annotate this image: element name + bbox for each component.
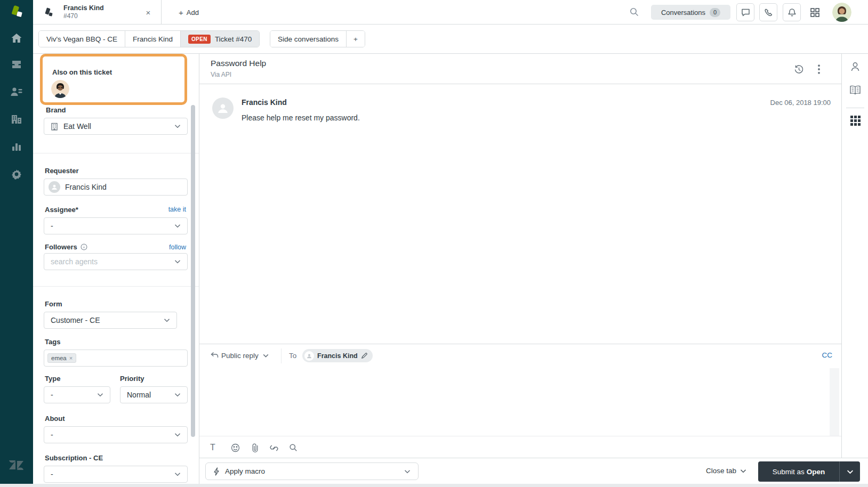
conversations-count-badge: 0 [710,8,720,17]
user-icon[interactable] [842,60,868,73]
customers-icon[interactable] [0,83,33,101]
search-icon[interactable] [629,7,639,17]
form-select[interactable]: Customer - CE [44,312,177,329]
about-select[interactable]: - [44,426,188,443]
tag-chip[interactable]: emea × [47,353,76,363]
breadcrumb-brand[interactable]: Viv's Vegan BBQ - CE [39,31,125,47]
text-format-icon[interactable]: T [207,442,219,453]
reply-type-label: Public reply [221,352,259,360]
bell-button[interactable] [783,3,801,21]
submit-status: Open [807,468,825,476]
agent-avatar[interactable] [832,3,851,22]
breadcrumb-ticket[interactable]: OPEN Ticket #470 [181,31,259,47]
zendesk-logo [0,458,33,472]
zendesk-support-product-icon[interactable] [0,3,33,21]
to-label: To [289,352,296,360]
priority-value: Normal [127,391,151,399]
viewer-avatar[interactable] [51,80,69,98]
assignee-value: - [51,222,53,230]
submit-options-chevron[interactable] [839,461,860,482]
brand-label: Brand [46,106,66,114]
tag-text: emea [51,355,67,361]
views-icon[interactable] [0,55,33,74]
ticket-tab[interactable]: Francis Kind #470 × [33,0,162,25]
priority-select[interactable]: Normal [120,386,188,403]
message-body: Please help me reset my password. [242,113,360,122]
emoji-icon[interactable] [229,442,241,453]
close-tab-icon[interactable]: × [142,6,154,18]
chevron-down-icon [740,469,746,473]
chat-button[interactable] [736,3,754,21]
tags-label: Tags [45,338,60,346]
apps-icon[interactable] [842,114,868,127]
recipient-pill[interactable]: Francis Kind [302,349,373,362]
submit-split-button: Submit as Open [758,461,860,482]
open-status-badge: OPEN [188,35,211,44]
fields-scrollbar[interactable] [191,105,195,437]
apply-macro-select[interactable]: Apply macro [205,462,419,480]
ticket-icon [43,7,54,18]
type-label: Type [45,375,60,383]
reporting-icon[interactable] [0,137,33,156]
phone-button[interactable] [759,3,777,21]
left-nav-rail [0,0,33,484]
reply-header: Public reply To Francis Kind CC [199,344,841,368]
subscription-select[interactable]: - [44,466,188,483]
type-select[interactable]: - [44,386,110,403]
tag-remove-icon[interactable]: × [69,355,73,361]
about-label: About [45,415,65,423]
assignee-select[interactable]: - [44,217,188,234]
breadcrumb: Viv's Vegan BBQ - CE Francis Kind OPEN T… [38,30,260,47]
plus-icon: + [179,8,183,17]
zendesk-agent-workspace: Francis Kind #470 × + Add Conversations … [0,0,868,484]
organizations-icon[interactable] [0,110,33,128]
info-icon[interactable] [81,243,87,250]
type-value: - [51,391,53,399]
also-on-ticket-highlight: Also on this ticket [40,54,187,105]
follow-link[interactable]: follow [169,243,186,251]
recipient-avatar-icon [304,351,314,361]
message-author-name: Francis Kind [242,98,287,107]
brand-select[interactable]: Eat Well [44,118,188,135]
edit-pencil-icon[interactable] [361,352,368,359]
subscription-label: Subscription - CE [45,454,103,462]
reply-type-selector[interactable]: Public reply [221,352,269,360]
composer-scrollbar-track[interactable] [830,368,839,436]
submit-prefix: Submit as [773,468,805,476]
history-icon[interactable] [792,63,805,76]
submit-button[interactable]: Submit as Open [758,461,839,482]
assignee-label: Assignee* [45,206,78,214]
close-tab-button[interactable]: Close tab [706,467,746,475]
side-conversations-button[interactable]: Side conversations [270,31,347,47]
breadcrumb-row: Viv's Vegan BBQ - CE Francis Kind OPEN T… [33,25,868,54]
attachment-icon[interactable] [249,442,261,453]
tags-input[interactable]: emea × [44,350,188,367]
macro-lightning-icon [213,467,220,476]
message-timestamp: Dec 06, 2018 19:00 [770,99,831,107]
breadcrumb-requester[interactable]: Francis Kind [125,31,181,47]
link-icon[interactable] [268,442,280,453]
add-tab-button[interactable]: + Add [172,0,205,25]
requester-field[interactable]: Francis Kind [44,178,188,196]
form-value: Customer - CE [51,316,100,324]
tab-title: Francis Kind [63,4,104,12]
requester-value: Francis Kind [65,183,107,191]
top-bar: Francis Kind #470 × + Add Conversations … [33,0,868,25]
conversations-button[interactable]: Conversations 0 [651,5,730,20]
followers-select[interactable]: search agents [44,253,188,270]
search-icon[interactable] [287,442,299,453]
about-value: - [51,431,53,439]
cc-link[interactable]: CC [822,351,833,359]
reply-arrow-icon [211,352,219,359]
reply-composer: Public reply To Francis Kind CC T [199,344,841,458]
apply-macro-label: Apply macro [225,467,265,475]
apps-grid-icon[interactable] [807,5,822,20]
admin-gear-icon[interactable] [0,165,33,183]
requester-avatar-icon [49,181,60,193]
knowledge-icon[interactable] [842,84,868,96]
kebab-menu-icon[interactable] [813,63,825,76]
ticket-subject: Password Help [211,59,266,68]
add-side-conversation-button[interactable]: + [347,31,365,47]
home-icon[interactable] [0,29,33,47]
take-it-link[interactable]: take it [168,206,186,213]
